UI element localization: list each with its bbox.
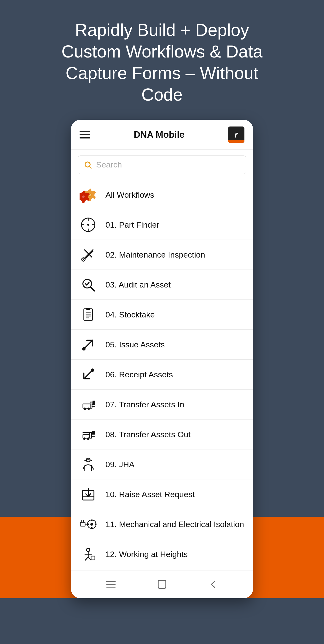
svg-rect-35 — [92, 400, 95, 404]
svg-point-0 — [85, 162, 90, 167]
workflow-label-07: 07. Transfer Assets In — [106, 400, 184, 409]
svg-line-25 — [84, 340, 92, 349]
svg-point-7 — [87, 224, 89, 226]
svg-rect-37 — [90, 432, 92, 438]
workflow-label-01: 01. Part Finder — [106, 220, 159, 230]
raise-request-icon — [80, 486, 97, 503]
svg-point-34 — [88, 408, 90, 410]
transfer-in-icon — [80, 396, 97, 413]
svg-point-57 — [91, 527, 93, 529]
maintenance-inspection-icon — [80, 246, 97, 263]
svg-rect-24 — [86, 308, 90, 310]
part-finder-icon — [80, 216, 97, 233]
isolation-icon — [80, 516, 97, 533]
svg-point-33 — [84, 408, 86, 410]
workflow-item-08[interactable]: 08. Transfer Assets Out — [71, 420, 253, 450]
svg-rect-19 — [84, 309, 92, 320]
workflow-label-03: 03. Audit an Asset — [106, 280, 171, 290]
workflow-label-05: 05. Issue Assets — [106, 340, 165, 349]
svg-line-18 — [90, 287, 94, 291]
svg-line-63 — [85, 557, 88, 560]
search-icon — [84, 160, 92, 169]
nav-home-button[interactable] — [152, 577, 172, 592]
svg-rect-50 — [80, 522, 85, 526]
workflow-item-11[interactable]: 11. Mechanical and Electrical Isolation — [71, 509, 253, 539]
all-workflows-icon — [80, 186, 97, 204]
workflow-label-08: 08. Transfer Assets Out — [106, 430, 190, 439]
hamburger-menu-button[interactable] — [80, 131, 90, 138]
all-workflows-label: All Workflows — [106, 190, 154, 200]
workflow-label-12: 12. Working at Heights — [106, 550, 188, 559]
svg-rect-42 — [92, 431, 95, 434]
svg-line-64 — [88, 557, 91, 560]
receipt-assets-icon — [80, 366, 97, 383]
workflow-item-01[interactable]: 01. Part Finder — [71, 210, 253, 240]
nav-back-button[interactable] — [204, 577, 223, 592]
workflow-item-10[interactable]: 10. Raise Asset Request — [71, 480, 253, 509]
workflow-label-04: 04. Stocktake — [106, 310, 155, 319]
workflow-label-10: 10. Raise Asset Request — [106, 490, 194, 499]
svg-line-1 — [90, 166, 92, 168]
workflow-item-03[interactable]: 03. Audit an Asset — [71, 270, 253, 300]
search-bar[interactable]: Search — [78, 156, 246, 174]
svg-rect-65 — [91, 556, 95, 560]
nav-lines-button[interactable] — [101, 577, 120, 592]
bottom-nav — [71, 570, 253, 598]
hero-text: Rapidly Build + Deploy Custom Workflows … — [30, 0, 294, 120]
workflow-label-06: 06. Receipt Assets — [106, 370, 173, 379]
svg-point-56 — [91, 520, 93, 521]
workflow-label-09: 09. JHA — [106, 460, 134, 469]
app-title: DNA Mobile — [134, 130, 184, 140]
transfer-out-icon — [80, 426, 97, 443]
app-header: DNA Mobile — [71, 120, 253, 150]
svg-rect-30 — [90, 402, 92, 408]
workflow-item-06[interactable]: 06. Receipt Assets — [71, 360, 253, 390]
workflow-list: All Workflows 01. Part Finder — [71, 180, 253, 570]
svg-point-40 — [83, 438, 86, 440]
phone-frame: DNA Mobile Search — [71, 120, 253, 598]
workflow-item-09[interactable]: 09. JHA — [71, 450, 253, 480]
workflow-item-02[interactable]: 02. Maintenance Inspection — [71, 240, 253, 270]
workflow-item-12[interactable]: 12. Working at Heights — [71, 539, 253, 570]
logo-box — [228, 126, 244, 143]
workflow-item-all[interactable]: All Workflows — [71, 180, 253, 210]
svg-point-55 — [90, 523, 93, 526]
svg-point-28 — [91, 368, 94, 372]
heights-icon — [80, 546, 97, 563]
svg-point-41 — [87, 438, 90, 440]
svg-point-60 — [86, 548, 90, 552]
workflow-item-04[interactable]: 04. Stocktake — [71, 300, 253, 330]
workflow-label-11: 11. Mechanical and Electrical Isolation — [106, 520, 244, 529]
svg-point-59 — [95, 524, 96, 525]
svg-line-27 — [84, 370, 92, 379]
svg-rect-69 — [158, 580, 166, 588]
svg-point-26 — [82, 347, 86, 350]
workflow-item-05[interactable]: 05. Issue Assets — [71, 330, 253, 360]
issue-assets-icon — [80, 336, 97, 353]
search-placeholder-text: Search — [96, 160, 122, 170]
workflow-item-07[interactable]: 07. Transfer Assets In — [71, 390, 253, 420]
audit-asset-icon — [80, 276, 97, 293]
svg-point-58 — [87, 524, 89, 525]
workflow-label-02: 02. Maintenance Inspection — [106, 250, 205, 260]
jha-icon — [80, 456, 97, 473]
stocktake-icon — [80, 306, 97, 323]
svg-point-5 — [82, 196, 84, 198]
